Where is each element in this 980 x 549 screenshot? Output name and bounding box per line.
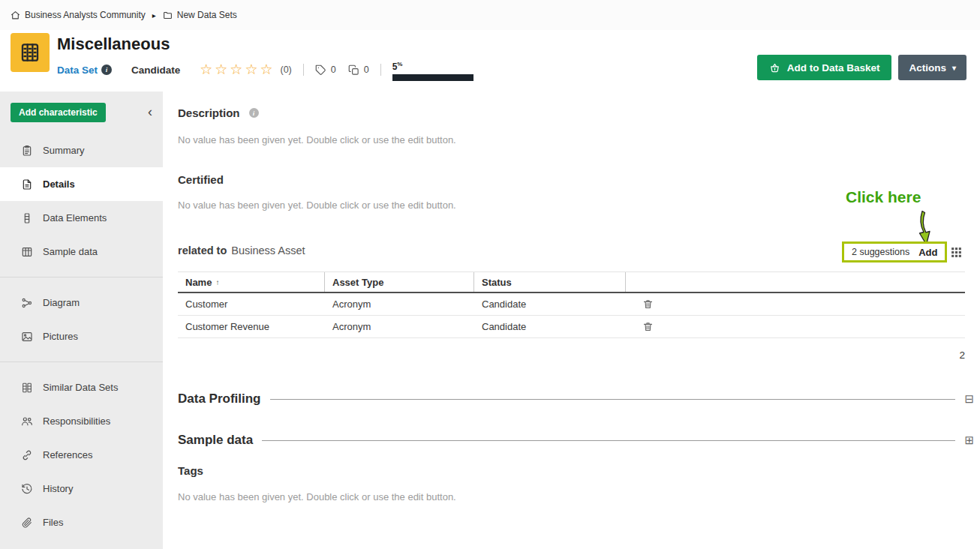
- data-set-asset-icon: [11, 33, 50, 72]
- header-buttons: Add to Data Basket Actions ▾: [757, 55, 966, 80]
- breadcrumb-domain-link[interactable]: New Data Sets: [163, 10, 237, 20]
- cell-asset-type: Acronym: [325, 293, 474, 315]
- references-icon: [21, 449, 33, 461]
- copy-count-button[interactable]: 0: [348, 64, 369, 76]
- diagram-icon: [21, 297, 33, 309]
- sidebar-item-pictures[interactable]: Pictures: [0, 320, 163, 353]
- add-relation-button[interactable]: Add: [918, 247, 937, 258]
- tag-count-button[interactable]: 0: [315, 64, 336, 76]
- sidebar-item-label: Data Elements: [43, 212, 107, 224]
- related-table: Name ↑ Asset Type Status Customer Acrony…: [178, 272, 965, 338]
- tags-empty-value[interactable]: No value has been given yet. Double clic…: [178, 491, 456, 502]
- sidebar-item-data-elements[interactable]: Data Elements: [0, 201, 163, 235]
- copies-icon: [348, 64, 359, 76]
- sidebar-item-label: Files: [43, 517, 63, 528]
- progress-label: 5%: [392, 62, 403, 72]
- actions-button[interactable]: Actions ▾: [898, 55, 966, 80]
- sidebar-item-label: Summary: [43, 145, 85, 156]
- delete-relation-trash-icon[interactable]: [642, 298, 654, 310]
- sidebar-item-label: History: [43, 483, 73, 494]
- sidebar-item-responsibilities[interactable]: Responsibilities: [0, 404, 163, 438]
- table-row[interactable]: Customer Acronym Candidate: [178, 293, 965, 316]
- sidebar-item-label: Diagram: [43, 297, 80, 308]
- sidebar-nav: Summary Details Data Elements Sample dat…: [0, 134, 163, 539]
- sidebar-item-diagram[interactable]: Diagram: [0, 286, 163, 320]
- sidebar-item-label: Sample data: [43, 246, 98, 257]
- divider: [380, 64, 381, 76]
- data-profiling-title: Data Profiling: [178, 392, 261, 406]
- rating-count: (0): [280, 64, 291, 75]
- progress-bar: [392, 74, 473, 81]
- sidebar-divider: [0, 277, 163, 278]
- sidebar-item-label: Similar Data Sets: [43, 382, 118, 393]
- view-options-grid-icon[interactable]: [950, 246, 965, 261]
- cell-status: Candidate: [474, 293, 626, 315]
- community-icon: [11, 10, 20, 20]
- click-here-annotation: Click here: [846, 188, 921, 206]
- cell-actions: [626, 316, 965, 338]
- column-header-status[interactable]: Status: [474, 272, 626, 292]
- description-empty-value[interactable]: No value has been given yet. Double clic…: [178, 134, 456, 146]
- actions-label: Actions: [909, 62, 946, 74]
- basket-icon: [769, 62, 780, 74]
- status-label: Candidate: [131, 64, 180, 76]
- suggestions-highlight-box: 2 suggestions Add: [842, 242, 947, 262]
- add-to-data-basket-label: Add to Data Basket: [787, 62, 880, 74]
- related-total-count: 2: [959, 350, 965, 361]
- sidebar-item-sample-data[interactable]: Sample data: [0, 235, 163, 268]
- breadcrumb-community-link[interactable]: Business Analysts Community: [11, 10, 146, 20]
- info-icon[interactable]: i: [101, 64, 112, 75]
- sort-ascending-icon: ↑: [215, 278, 219, 286]
- column-label: Name: [185, 277, 212, 288]
- page-title: Miscellaneous: [57, 34, 170, 54]
- related-heading: related toBusiness Asset: [178, 244, 305, 256]
- sidebar-collapse-chevron-icon[interactable]: ‹: [148, 103, 152, 121]
- suggestions-link[interactable]: 2 suggestions: [852, 247, 909, 257]
- info-icon[interactable]: i: [249, 108, 259, 118]
- table-row[interactable]: Customer Revenue Acronym Candidate: [178, 316, 965, 338]
- section-divider-line: [262, 440, 955, 441]
- column-header-actions: [626, 272, 965, 292]
- add-to-data-basket-button[interactable]: Add to Data Basket: [757, 55, 892, 80]
- sidebar: Add characteristic ‹ Summary Details Dat…: [0, 92, 163, 549]
- completeness-progress: 5%: [392, 59, 476, 81]
- sidebar-item-summary[interactable]: Summary: [0, 134, 163, 167]
- data-profiling-section: Data Profiling ⊟: [178, 390, 974, 408]
- pictures-icon: [21, 331, 33, 343]
- sidebar-item-similar-data-sets[interactable]: Similar Data Sets: [0, 370, 163, 404]
- column-header-name[interactable]: Name ↑: [178, 272, 325, 292]
- collapse-icon[interactable]: ⊟: [964, 393, 974, 405]
- breadcrumb: Business Analysts Community ▸ New Data S…: [0, 0, 980, 30]
- sidebar-item-history[interactable]: History: [0, 472, 163, 506]
- table-header-row: Name ↑ Asset Type Status: [178, 272, 965, 293]
- asset-type-link[interactable]: Data Set: [57, 64, 98, 76]
- column-header-asset-type[interactable]: Asset Type: [325, 272, 474, 292]
- related-prefix: related to: [178, 244, 227, 256]
- breadcrumb-separator-icon: ▸: [152, 11, 156, 20]
- sidebar-item-label: References: [43, 449, 92, 460]
- add-characteristic-button[interactable]: Add characteristic: [11, 103, 106, 122]
- tags-title: Tags: [178, 464, 203, 477]
- data-elements-icon: [21, 212, 33, 224]
- star-rating[interactable]: ☆☆☆☆☆: [200, 62, 275, 77]
- related-target-type: Business Asset: [231, 244, 305, 256]
- sidebar-item-label: Details: [43, 178, 75, 190]
- breadcrumb-domain-label: New Data Sets: [177, 10, 237, 20]
- history-icon: [21, 483, 33, 495]
- sidebar-item-details[interactable]: Details: [0, 167, 163, 201]
- delete-relation-trash-icon[interactable]: [642, 321, 654, 332]
- similar-data-sets-icon: [21, 382, 33, 394]
- tag-count: 0: [331, 64, 336, 75]
- sidebar-item-files[interactable]: Files: [0, 506, 163, 539]
- paperclip-icon: [21, 517, 33, 529]
- expand-icon[interactable]: ⊞: [964, 434, 974, 446]
- sample-data-icon: [21, 246, 33, 258]
- description-title: Description: [178, 106, 240, 119]
- tags-heading: Tags: [178, 464, 203, 477]
- certified-empty-value[interactable]: No value has been given yet. Double clic…: [178, 200, 456, 211]
- cell-asset-type: Acronym: [325, 316, 474, 338]
- sidebar-item-references[interactable]: References: [0, 438, 163, 472]
- app-window: Business Analysts Community ▸ New Data S…: [0, 0, 980, 549]
- sidebar-item-label: Pictures: [43, 331, 78, 342]
- sidebar-divider: [0, 362, 163, 362]
